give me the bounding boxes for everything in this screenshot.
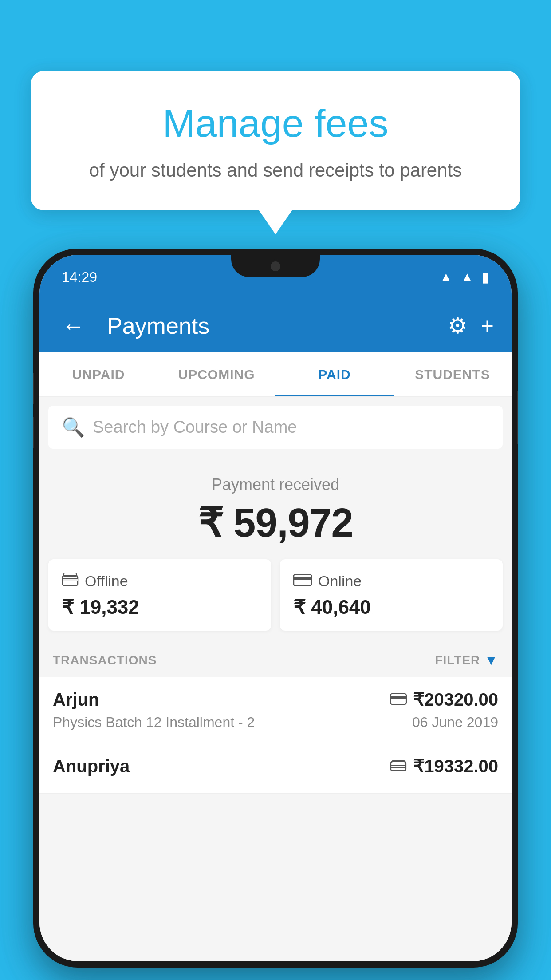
transaction-name: Anupriya — [53, 756, 130, 776]
svg-rect-7 — [390, 694, 406, 704]
tab-paid[interactable]: PAID — [276, 352, 394, 396]
tab-bar: UNPAID UPCOMING PAID STUDENTS — [39, 352, 512, 397]
battery-icon: ▮ — [482, 269, 489, 285]
filter-label: FILTER — [435, 653, 480, 668]
status-time: 14:29 — [62, 269, 97, 285]
offline-label: Offline — [85, 573, 128, 590]
transaction-row[interactable]: Anupriya ₹19332.00 — [39, 743, 512, 794]
transaction-date: 06 June 2019 — [412, 714, 498, 731]
online-amount: ₹ 40,640 — [293, 596, 489, 618]
page-title: Payments — [102, 312, 434, 339]
tooltip-subtitle: of your students and send receipts to pa… — [58, 158, 493, 184]
settings-icon[interactable]: ⚙ — [448, 313, 468, 339]
online-icon — [293, 572, 312, 590]
transaction-amount: ₹20320.00 — [413, 689, 498, 710]
header-actions: ⚙ + — [448, 313, 494, 339]
signal-icon: ▲ — [460, 269, 474, 285]
online-label: Online — [318, 573, 362, 590]
transaction-top: Anupriya ₹19332.00 — [53, 756, 498, 776]
payment-total-amount: ₹ 59,972 — [48, 499, 503, 546]
payment-cards: Offline ₹ 19,332 Online — [48, 559, 503, 631]
status-bar: 14:29 ▲ ▲ ▮ — [39, 255, 512, 299]
wifi-icon: ▲ — [440, 269, 453, 285]
transaction-icon — [390, 757, 407, 775]
back-button[interactable]: ← — [57, 308, 89, 344]
search-placeholder: Search by Course or Name — [93, 418, 297, 437]
svg-rect-5 — [294, 574, 311, 586]
app-header: ← Payments ⚙ + — [39, 299, 512, 352]
transaction-name: Arjun — [53, 690, 99, 710]
transaction-amount-wrap: ₹19332.00 — [390, 756, 498, 776]
filter-button[interactable]: FILTER ▼ — [435, 653, 498, 668]
transaction-top: Arjun ₹20320.00 — [53, 689, 498, 710]
tooltip-title: Manage fees — [58, 102, 493, 145]
transactions-label: TRANSACTIONS — [53, 653, 157, 668]
offline-card-top: Offline — [62, 572, 258, 590]
svg-rect-6 — [294, 577, 311, 580]
volume-up-button — [33, 373, 34, 404]
transactions-header: TRANSACTIONS FILTER ▼ — [39, 644, 512, 677]
offline-icon — [62, 572, 79, 590]
phone-mockup: 14:29 ▲ ▲ ▮ ← Payments ⚙ + UNPAID — [33, 249, 518, 980]
phone-frame: 14:29 ▲ ▲ ▮ ← Payments ⚙ + UNPAID — [33, 249, 518, 968]
power-button — [517, 391, 518, 444]
tooltip-card: Manage fees of your students and send re… — [31, 71, 520, 210]
phone-screen: 14:29 ▲ ▲ ▮ ← Payments ⚙ + UNPAID — [39, 255, 512, 961]
status-icons: ▲ ▲ ▮ — [440, 269, 489, 285]
transaction-amount-wrap: ₹20320.00 — [390, 689, 498, 710]
payment-summary: Payment received ₹ 59,972 — [39, 458, 512, 559]
svg-rect-8 — [390, 696, 406, 699]
transaction-amount: ₹19332.00 — [413, 756, 498, 776]
notch — [231, 255, 320, 277]
offline-payment-card: Offline ₹ 19,332 — [48, 559, 271, 631]
transaction-icon — [390, 690, 407, 709]
add-icon[interactable]: + — [481, 313, 494, 339]
tab-unpaid[interactable]: UNPAID — [39, 352, 157, 396]
search-bar[interactable]: 🔍 Search by Course or Name — [48, 406, 503, 449]
online-payment-card: Online ₹ 40,640 — [280, 559, 503, 631]
transaction-row[interactable]: Arjun ₹20320.00 Physics — [39, 677, 512, 743]
transaction-detail: Physics Batch 12 Installment - 2 — [53, 714, 255, 731]
payment-received-label: Payment received — [48, 475, 503, 494]
tab-upcoming[interactable]: UPCOMING — [157, 352, 276, 396]
filter-icon: ▼ — [484, 653, 498, 668]
online-card-top: Online — [293, 572, 489, 590]
search-icon: 🔍 — [62, 416, 85, 438]
volume-down-button — [33, 417, 34, 448]
tab-students[interactable]: STUDENTS — [394, 352, 512, 396]
app-content: 🔍 Search by Course or Name Payment recei… — [39, 397, 512, 961]
transaction-bottom: Physics Batch 12 Installment - 2 06 June… — [53, 714, 498, 731]
camera — [271, 261, 280, 271]
offline-amount: ₹ 19,332 — [62, 596, 258, 618]
